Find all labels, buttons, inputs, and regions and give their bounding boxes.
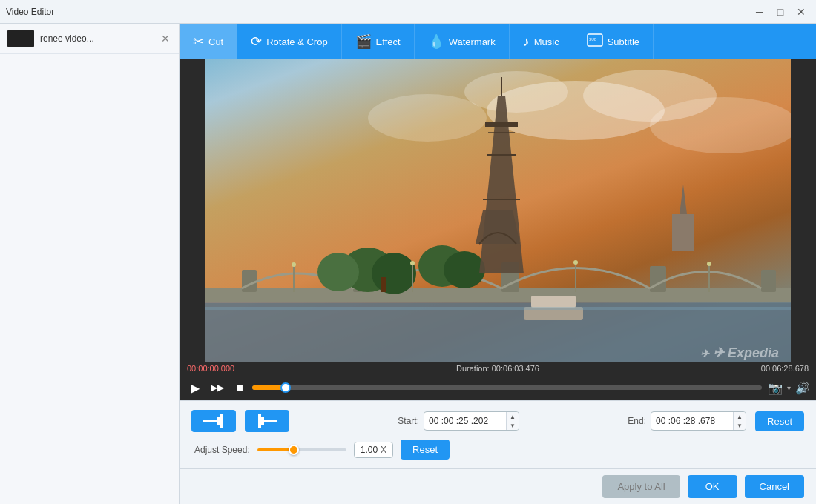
end-time-input[interactable] bbox=[651, 413, 733, 429]
effect-icon: 🎬 bbox=[355, 33, 372, 50]
cut-icon: ✂ bbox=[193, 33, 204, 50]
start-time-input[interactable] bbox=[424, 413, 506, 429]
cancel-button[interactable]: Cancel bbox=[745, 475, 804, 498]
svg-point-38 bbox=[573, 260, 578, 265]
screenshot-button[interactable]: 📷 bbox=[768, 381, 783, 395]
end-time-input-wrap: ▲ ▼ bbox=[651, 411, 746, 431]
speed-label: Adjust Speed: bbox=[194, 445, 250, 455]
video-watermark: ✈ ✈ Expedia bbox=[700, 345, 779, 361]
cut-right-button[interactable] bbox=[245, 410, 289, 432]
start-time-up[interactable]: ▲ bbox=[507, 412, 519, 421]
close-button[interactable]: ✕ bbox=[792, 4, 810, 19]
svg-rect-11 bbox=[242, 270, 257, 292]
sidebar-item-close-button[interactable]: ✕ bbox=[159, 33, 171, 44]
maximize-button[interactable]: □ bbox=[771, 4, 789, 19]
cut-right-icon bbox=[257, 414, 277, 428]
progress-thumb bbox=[280, 382, 291, 393]
timecode-duration: Duration: 00:06:03.476 bbox=[234, 364, 761, 373]
tab-watermark-label: Watermark bbox=[449, 36, 496, 47]
video-player: ✈ ✈ Expedia bbox=[205, 59, 791, 362]
speed-slider[interactable] bbox=[257, 448, 346, 451]
sidebar-item-name: renee video... bbox=[40, 33, 159, 44]
svg-marker-29 bbox=[680, 185, 687, 214]
video-frame: ✈ ✈ Expedia bbox=[205, 59, 791, 362]
speed-value: 1.00 bbox=[361, 445, 378, 455]
cut-left-button[interactable] bbox=[191, 410, 236, 432]
tab-music[interactable]: ♪ Music bbox=[510, 24, 573, 59]
tab-music-label: Music bbox=[534, 36, 559, 47]
rotate-icon: ⟳ bbox=[251, 33, 262, 50]
svg-rect-43 bbox=[217, 417, 220, 425]
main-layout: renee video... ✕ ✂ Cut ⟳ Rotate & Crop 🎬… bbox=[0, 24, 816, 504]
svg-rect-42 bbox=[203, 420, 217, 422]
progress-track bbox=[252, 385, 762, 390]
end-time-down[interactable]: ▼ bbox=[734, 421, 746, 430]
music-icon: ♪ bbox=[523, 34, 530, 50]
start-time-spinners: ▲ ▼ bbox=[506, 412, 519, 430]
tab-subtitle-label: Subtitle bbox=[608, 36, 639, 47]
svg-point-36 bbox=[410, 261, 415, 265]
speed-x-label: X bbox=[381, 445, 386, 455]
minimize-button[interactable]: ─ bbox=[751, 4, 769, 19]
apply-to-all-button[interactable]: Apply to All bbox=[602, 475, 680, 498]
svg-rect-41 bbox=[205, 307, 791, 310]
svg-rect-30 bbox=[672, 214, 694, 251]
progress-bar[interactable] bbox=[252, 380, 762, 395]
svg-point-5 bbox=[464, 71, 568, 113]
playback-right-controls: 📷 ▾ 🔊 bbox=[768, 381, 810, 395]
video-scene bbox=[205, 59, 791, 362]
svg-point-7 bbox=[368, 94, 487, 142]
tab-cut[interactable]: ✂ Cut bbox=[180, 24, 237, 59]
svg-point-40 bbox=[707, 262, 711, 266]
speed-value-display: 1.00 X bbox=[354, 442, 393, 458]
end-time-spinners: ▲ ▼ bbox=[733, 412, 746, 430]
end-time-up[interactable]: ▲ bbox=[734, 412, 746, 421]
tab-rotate-label: Rotate & Crop bbox=[266, 36, 327, 47]
sidebar-item[interactable]: renee video... ✕ bbox=[0, 24, 179, 54]
svg-point-18 bbox=[317, 253, 359, 291]
svg-rect-45 bbox=[264, 420, 277, 422]
end-time-group: End: ▲ ▼ bbox=[628, 411, 746, 431]
reset-cut-button[interactable]: Reset bbox=[755, 411, 804, 431]
start-label: Start: bbox=[398, 416, 419, 426]
timecode-start: 00:00:00.000 bbox=[187, 364, 234, 373]
tab-bar: ✂ Cut ⟳ Rotate & Crop 🎬 Effect 💧 Waterma… bbox=[180, 24, 816, 59]
start-time-down[interactable]: ▼ bbox=[507, 421, 519, 430]
sidebar: renee video... ✕ bbox=[0, 24, 180, 504]
svg-point-17 bbox=[372, 253, 416, 294]
tab-watermark[interactable]: 💧 Watermark bbox=[415, 24, 510, 59]
screenshot-dropdown[interactable]: ▾ bbox=[787, 384, 791, 392]
speed-reset-button[interactable]: Reset bbox=[401, 440, 450, 460]
speed-row: Adjust Speed: 1.00 X Reset bbox=[191, 440, 804, 460]
tab-subtitle[interactable]: SUB T Subtitle bbox=[573, 24, 654, 59]
svg-point-34 bbox=[292, 262, 296, 267]
title-bar: Video Editor ─ □ ✕ bbox=[0, 0, 816, 24]
cut-left-icon bbox=[203, 414, 224, 428]
window-title: Video Editor bbox=[6, 7, 751, 17]
tab-effect[interactable]: 🎬 Effect bbox=[342, 24, 415, 59]
window-controls: ─ □ ✕ bbox=[751, 4, 810, 19]
svg-rect-47 bbox=[258, 414, 261, 428]
svg-marker-23 bbox=[476, 210, 520, 244]
content-area: ✂ Cut ⟳ Rotate & Crop 🎬 Effect 💧 Waterma… bbox=[180, 24, 816, 504]
playback-row: ▶ ▶▶ ■ 📷 ▾ 🔊 bbox=[180, 375, 816, 400]
ok-button[interactable]: OK bbox=[688, 475, 737, 498]
volume-icon[interactable]: 🔊 bbox=[795, 381, 810, 395]
svg-rect-32 bbox=[531, 296, 576, 308]
svg-rect-19 bbox=[381, 277, 386, 292]
controls-panel: Start: ▲ ▼ End: ▲ bbox=[180, 400, 816, 468]
start-time-input-wrap: ▲ ▼ bbox=[424, 411, 519, 431]
svg-rect-10 bbox=[205, 288, 791, 302]
svg-rect-15 bbox=[761, 270, 776, 292]
play-button[interactable]: ▶ bbox=[185, 378, 205, 397]
subtitle-icon: SUB T bbox=[587, 33, 603, 50]
forward-button[interactable]: ▶▶ bbox=[208, 378, 227, 397]
tab-rotate[interactable]: ⟳ Rotate & Crop bbox=[237, 24, 341, 59]
stop-button[interactable]: ■ bbox=[230, 378, 249, 397]
cut-controls-row: Start: ▲ ▼ End: ▲ bbox=[191, 410, 804, 432]
video-area: ✈ ✈ Expedia bbox=[180, 59, 816, 362]
svg-point-21 bbox=[444, 251, 485, 288]
timecode-bar: 00:00:00.000 Duration: 00:06:03.476 00:0… bbox=[180, 362, 816, 375]
end-label: End: bbox=[628, 416, 646, 426]
svg-rect-46 bbox=[261, 417, 264, 425]
